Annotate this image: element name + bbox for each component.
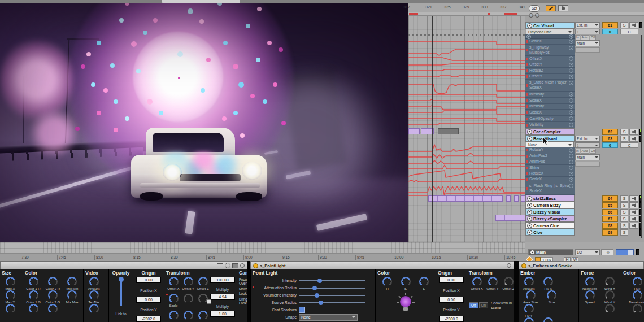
monitor-auto[interactable]: Auto <box>581 149 589 154</box>
partial-knob[interactable] <box>198 311 208 320</box>
offsetz-knob[interactable] <box>198 277 208 286</box>
volumetric-intensity-slider[interactable] <box>299 295 365 296</box>
partial-knob[interactable] <box>89 304 99 314</box>
output-routing-dropdown[interactable]: Main <box>575 154 600 160</box>
automation-lane[interactable]: OffsetY <box>525 74 575 80</box>
l-knob[interactable] <box>419 277 429 286</box>
position-x-value[interactable]: 0.00 <box>136 277 161 283</box>
automation-lane[interactable]: Shine <box>525 165 575 171</box>
overview-buttons[interactable] <box>529 13 539 18</box>
partial-knob[interactable] <box>524 317 534 322</box>
draw-mode-button[interactable] <box>546 5 556 11</box>
track-header-car-visual[interactable]: Car Visual <box>525 22 575 29</box>
minus-icon[interactable] <box>569 105 573 109</box>
track-value-badge[interactable]: 0 <box>602 29 618 34</box>
main-gain-slider[interactable] <box>616 249 634 255</box>
automation-lane[interactable]: s_Static Mesh PlayerScaleX <box>525 80 575 92</box>
scale-knob[interactable] <box>169 294 179 303</box>
minus-icon[interactable] <box>569 92 573 97</box>
intensity-slider[interactable] <box>299 280 365 281</box>
solo-button[interactable]: S <box>620 223 628 229</box>
track-header-skrtzzbass[interactable]: skrtZzBass <box>525 195 575 202</box>
areasize-knob[interactable] <box>526 290 536 300</box>
track-activator-button[interactable] <box>629 223 638 229</box>
automation-lane[interactable]: Intensity <box>525 104 575 110</box>
automation-lane[interactable]: OffsetY <box>525 62 575 68</box>
unfold-icon[interactable] <box>527 196 532 201</box>
fold-icon[interactable] <box>507 263 511 268</box>
automation-lane[interactable]: OffsetX <box>525 56 575 62</box>
input-routing-dropdown[interactable]: Ext. In <box>575 22 600 28</box>
track-header-main[interactable]: Main <box>528 249 573 255</box>
automation-lane[interactable]: ScaleX <box>525 177 575 182</box>
track-number[interactable]: 69 <box>602 229 618 236</box>
automation-lane[interactable]: Visibility <box>525 122 575 128</box>
monitor-buttons[interactable]: InAutoOff <box>575 35 596 40</box>
hue-knob[interactable] <box>633 277 642 286</box>
track-number[interactable]: 63 <box>602 136 618 142</box>
minus-icon[interactable] <box>569 81 573 85</box>
lock-envelopes-button[interactable] <box>558 5 568 11</box>
track-number[interactable]: 68 <box>602 223 618 229</box>
partial-knob[interactable] <box>184 311 193 320</box>
track-number[interactable]: 62 <box>602 129 618 135</box>
unfold-icon[interactable] <box>527 203 532 208</box>
locator-marker[interactable] <box>409 13 418 15</box>
mixmax-knob[interactable] <box>67 290 77 300</box>
video-preview[interactable] <box>0 3 408 242</box>
windx-knob[interactable] <box>605 277 615 286</box>
desaturate-knob[interactable] <box>633 290 642 300</box>
noisiness-knob[interactable] <box>585 277 595 286</box>
offsety-knob[interactable] <box>488 277 498 286</box>
maxy-knob[interactable] <box>6 290 15 300</box>
automation-lane[interactable]: ScaleX <box>525 39 575 45</box>
clip[interactable] <box>506 195 511 202</box>
track-number[interactable]: 61 <box>602 22 618 28</box>
track-number[interactable]: 67 <box>602 216 618 222</box>
minus-icon[interactable] <box>569 63 573 67</box>
speed-knob[interactable] <box>585 290 595 300</box>
track-header-bizzey-esampler[interactable]: Bizzey eSampler <box>525 215 575 222</box>
offsetx-knob[interactable] <box>472 277 482 286</box>
beat-time-ruler[interactable]: 317 321 325 329 333 337 341 <box>408 3 644 12</box>
unfold-icon[interactable] <box>527 230 532 235</box>
h-knob[interactable] <box>382 277 392 286</box>
multiply2-value[interactable]: 4.94 <box>210 294 235 300</box>
cast-shadows-checkbox[interactable] <box>299 307 305 313</box>
minus-icon[interactable] <box>569 154 573 158</box>
minus-icon[interactable] <box>569 123 573 127</box>
multiply-value[interactable]: 100.00 <box>210 277 235 283</box>
vertical-scrollbar[interactable] <box>641 35 642 238</box>
automation-lane[interactable]: ScaleX <box>525 110 575 116</box>
track-activator-button[interactable] <box>629 216 638 222</box>
crossfade-button[interactable]: C <box>620 142 638 148</box>
clip[interactable] <box>521 195 525 202</box>
automation-lane[interactable]: RotateX <box>525 171 575 177</box>
solo-button[interactable]: S <box>620 229 628 236</box>
partial-knob[interactable] <box>6 304 15 314</box>
hotswap-icon[interactable] <box>225 263 230 268</box>
shape-dropdown[interactable]: None <box>299 314 358 321</box>
fold-icon[interactable] <box>240 263 245 268</box>
clip-group[interactable] <box>495 215 525 221</box>
automation-lane[interactable]: CarAllOpacity <box>525 116 575 122</box>
monitor-buttons[interactable]: InAutoOff <box>575 149 596 154</box>
multiply3-value[interactable]: 1.00 <box>210 311 235 317</box>
automation-lane[interactable]: s_HighwayMultiplyPos <box>525 45 575 56</box>
automation-lane[interactable]: RotateZ <box>525 68 575 74</box>
arrangement-overview-strip[interactable] <box>0 242 525 253</box>
input-channel-dropdown[interactable]: 1 <box>575 29 600 34</box>
track-header-camera-cloe[interactable]: Camera Cloe <box>525 222 575 229</box>
automation-target-dropdown[interactable]: PlayheadTime <box>526 29 574 34</box>
track-number[interactable]: 65 <box>602 202 618 208</box>
partial-knob[interactable] <box>543 317 553 322</box>
minus-icon[interactable] <box>569 46 573 50</box>
minus-icon[interactable] <box>569 160 573 164</box>
color1r-knob[interactable] <box>29 277 38 286</box>
window-icon[interactable] <box>217 263 223 268</box>
unfold-icon[interactable] <box>527 216 532 221</box>
playhead[interactable] <box>432 16 433 242</box>
color2r-knob[interactable] <box>48 277 58 286</box>
textile-knob[interactable] <box>89 290 99 300</box>
position-z-value[interactable]: -2302.0 <box>136 316 161 322</box>
